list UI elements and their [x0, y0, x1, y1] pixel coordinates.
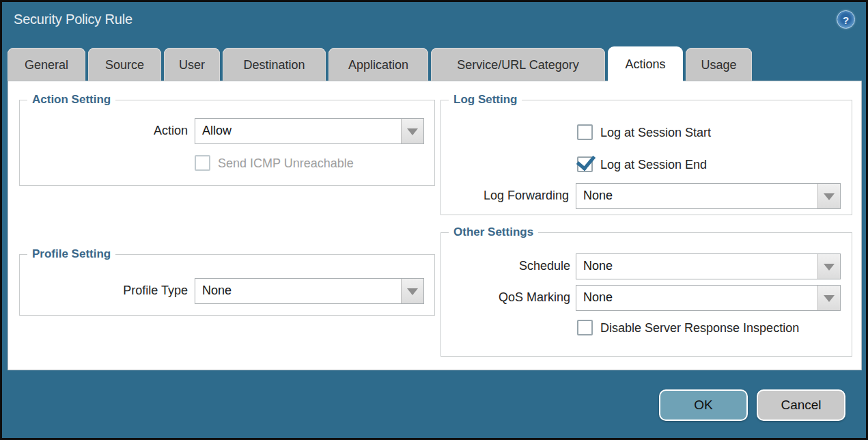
log-forwarding-dropdown[interactable]: None	[576, 183, 841, 209]
tab-user[interactable]: User	[164, 48, 220, 81]
help-icon[interactable]: ?	[837, 10, 855, 29]
qos-marking-dropdown-value: None	[583, 286, 815, 310]
tab-application[interactable]: Application	[328, 48, 428, 81]
chevron-down-icon	[824, 264, 835, 271]
profile-type-dropdown-button[interactable]	[401, 279, 423, 303]
action-dropdown[interactable]: Allow	[195, 118, 424, 144]
log-session-end-checkbox[interactable]	[577, 156, 593, 172]
log-session-start-checkbox[interactable]	[577, 124, 593, 140]
other-settings-legend: Other Settings	[449, 225, 538, 239]
action-label: Action	[51, 124, 188, 138]
tab-bar: General Source User Destination Applicat…	[8, 46, 752, 83]
profile-type-dropdown[interactable]: None	[195, 278, 424, 304]
action-dropdown-button[interactable]	[401, 119, 423, 143]
disable-server-response-inspection-label: Disable Server Response Inspection	[600, 321, 799, 335]
action-dropdown-value: Allow	[202, 119, 399, 143]
tab-destination[interactable]: Destination	[223, 48, 326, 81]
tab-source[interactable]: Source	[88, 48, 161, 81]
cancel-button[interactable]: Cancel	[757, 389, 845, 421]
security-policy-rule-dialog: Security Policy Rule ? General Source Us…	[0, 0, 868, 440]
dialog-title: Security Policy Rule	[14, 12, 132, 27]
schedule-dropdown[interactable]: None	[576, 253, 841, 279]
profile-type-dropdown-value: None	[202, 279, 399, 303]
chevron-down-icon	[407, 288, 418, 295]
log-forwarding-dropdown-button[interactable]	[817, 184, 840, 208]
log-session-end-label: Log at Session End	[600, 158, 707, 172]
schedule-label: Schedule	[434, 259, 570, 273]
action-setting-legend: Action Setting	[27, 93, 115, 107]
qos-marking-dropdown[interactable]: None	[576, 285, 841, 311]
chevron-down-icon	[824, 295, 835, 302]
chevron-down-icon	[824, 193, 835, 200]
log-setting-legend: Log Setting	[449, 93, 522, 107]
send-icmp-label: Send ICMP Unreachable	[218, 156, 354, 171]
log-forwarding-label: Log Forwarding	[432, 189, 569, 203]
tab-service-url-category[interactable]: Service/URL Category	[431, 48, 605, 81]
send-icmp-checkbox[interactable]	[195, 155, 210, 171]
chevron-down-icon	[407, 128, 418, 135]
disable-server-response-inspection-checkbox[interactable]	[577, 320, 593, 335]
profile-type-label: Profile Type	[51, 284, 188, 298]
tab-general[interactable]: General	[8, 48, 85, 81]
qos-marking-label: QoS Marking	[434, 290, 570, 305]
schedule-dropdown-value: None	[583, 254, 815, 278]
schedule-dropdown-button[interactable]	[817, 254, 840, 279]
profile-setting-legend: Profile Setting	[27, 247, 115, 261]
log-forwarding-dropdown-value: None	[583, 184, 815, 208]
log-session-start-label: Log at Session Start	[600, 126, 711, 140]
ok-button[interactable]: OK	[659, 389, 748, 421]
qos-marking-dropdown-button[interactable]	[817, 286, 840, 310]
tab-actions[interactable]: Actions	[608, 46, 683, 82]
tab-usage[interactable]: Usage	[686, 48, 752, 81]
